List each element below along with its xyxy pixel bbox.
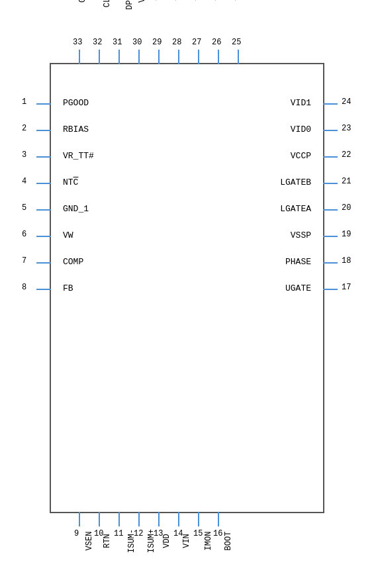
top-pin-label-30: VR_ON [138, 0, 147, 3]
left-pin-stub-1 [36, 103, 51, 105]
bottom-pin-num-15: 15 [193, 529, 203, 538]
left-pin-num-7: 7 [22, 256, 26, 266]
right-pin-stub-21 [323, 183, 338, 184]
bottom-pin-stub-12 [138, 512, 140, 526]
right-pin-stub-24 [323, 103, 338, 105]
bottom-pin-stub-15 [198, 512, 199, 526]
right-pin-label-23: VID0 [291, 124, 311, 134]
bottom-pin-stub-16 [218, 512, 219, 526]
right-pin-num-24: 24 [342, 97, 351, 107]
top-pin-stub-25 [238, 50, 239, 64]
bottom-pin-stub-9 [79, 512, 80, 526]
right-pin-label-20: LGATEA [280, 204, 311, 214]
right-pin-num-23: 23 [342, 124, 351, 133]
bottom-pin-label-15: IMON [204, 532, 213, 551]
top-pin-num-28: 28 [172, 38, 181, 47]
right-pin-label-22: VCCP [291, 151, 311, 161]
bottom-pin-stub-14 [178, 512, 179, 526]
bottom-pin-num-9: 9 [74, 529, 79, 538]
bottom-pin-label-9: VSEN [85, 532, 94, 551]
left-pin-stub-6 [36, 236, 51, 237]
bottom-pin-num-16: 16 [213, 529, 222, 538]
top-pin-num-27: 27 [192, 38, 201, 47]
left-pin-label-4: NTC [63, 177, 78, 187]
left-pin-stub-5 [36, 209, 51, 211]
top-pin-num-25: 25 [232, 38, 241, 47]
right-pin-num-19: 19 [342, 230, 351, 239]
right-pin-num-21: 21 [342, 177, 351, 186]
left-pin-label-7: COMP [63, 257, 83, 267]
left-pin-num-1: 1 [22, 97, 26, 107]
right-pin-label-21: LGATEB [280, 177, 311, 187]
bottom-pin-num-11: 11 [114, 529, 123, 538]
left-pin-num-4: 4 [22, 177, 26, 186]
top-pin-stub-26 [218, 50, 219, 64]
left-pin-label-5: GND_1 [63, 204, 89, 214]
top-pin-num-33: 33 [73, 38, 82, 47]
right-pin-label-19: VSSP [291, 230, 311, 240]
bottom-pin-label-16: BOOT [224, 532, 233, 551]
left-pin-label-3: VR_TT# [63, 151, 94, 161]
top-pin-label-33: GND_2 [78, 0, 87, 3]
top-pin-label-31: DPRSLPVR [125, 0, 134, 10]
bottom-pin-label-10: RTN [103, 534, 112, 548]
bottom-pin-stub-10 [99, 512, 100, 526]
right-pin-stub-23 [323, 130, 338, 131]
right-pin-stub-20 [323, 209, 338, 211]
left-pin-stub-3 [36, 156, 51, 158]
top-pin-num-32: 32 [93, 38, 102, 47]
right-pin-label-24: VID1 [291, 98, 311, 108]
top-pin-label-32: CLK_EN# [103, 0, 112, 7]
top-pin-num-30: 30 [132, 38, 142, 47]
right-pin-label-18: PHASE [285, 257, 311, 267]
right-pin-stub-17 [323, 289, 338, 290]
top-pin-stub-33 [79, 50, 80, 64]
left-pin-label-6: VW [63, 230, 73, 240]
right-pin-num-20: 20 [342, 203, 351, 213]
right-pin-num-18: 18 [342, 256, 351, 266]
left-pin-num-5: 5 [22, 203, 26, 213]
top-pin-stub-29 [158, 50, 160, 64]
left-pin-label-1: PGOOD [63, 98, 89, 108]
top-pin-num-29: 29 [152, 38, 162, 47]
top-pin-stub-28 [178, 50, 179, 64]
ic-diagram: PGOODRBIASVR_TT#NTCGND_1VWCOMPFBVID1VID0… [0, 0, 376, 588]
top-pin-stub-32 [99, 50, 100, 64]
ic-body: PGOODRBIASVR_TT#NTCGND_1VWCOMPFBVID1VID0… [50, 63, 324, 513]
left-pin-label-2: RBIAS [63, 124, 89, 134]
bottom-pin-stub-11 [118, 512, 120, 526]
bottom-pin-label-14: VIN [182, 534, 191, 548]
left-pin-num-3: 3 [22, 150, 26, 160]
right-pin-stub-19 [323, 236, 338, 237]
top-pin-num-26: 26 [212, 38, 221, 47]
right-pin-stub-18 [323, 262, 338, 264]
right-pin-num-17: 17 [342, 283, 351, 292]
left-pin-stub-7 [36, 262, 51, 264]
left-pin-stub-8 [36, 289, 51, 290]
top-pin-num-31: 31 [113, 38, 122, 47]
bottom-pin-num-12: 12 [134, 529, 143, 538]
top-pin-stub-30 [138, 50, 140, 64]
top-pin-stub-27 [198, 50, 199, 64]
right-pin-num-22: 22 [342, 150, 351, 160]
bottom-pin-stub-13 [158, 512, 160, 526]
left-pin-num-2: 2 [22, 124, 26, 133]
top-pin-stub-31 [118, 50, 120, 64]
right-pin-label-17: UGATE [285, 283, 311, 293]
left-pin-label-8: FB [63, 283, 73, 293]
left-pin-stub-2 [36, 130, 51, 131]
bottom-pin-label-13: VDD [162, 534, 171, 548]
right-pin-stub-22 [323, 156, 338, 158]
left-pin-stub-4 [36, 183, 51, 184]
left-pin-num-8: 8 [22, 283, 26, 292]
left-pin-num-6: 6 [22, 230, 26, 239]
